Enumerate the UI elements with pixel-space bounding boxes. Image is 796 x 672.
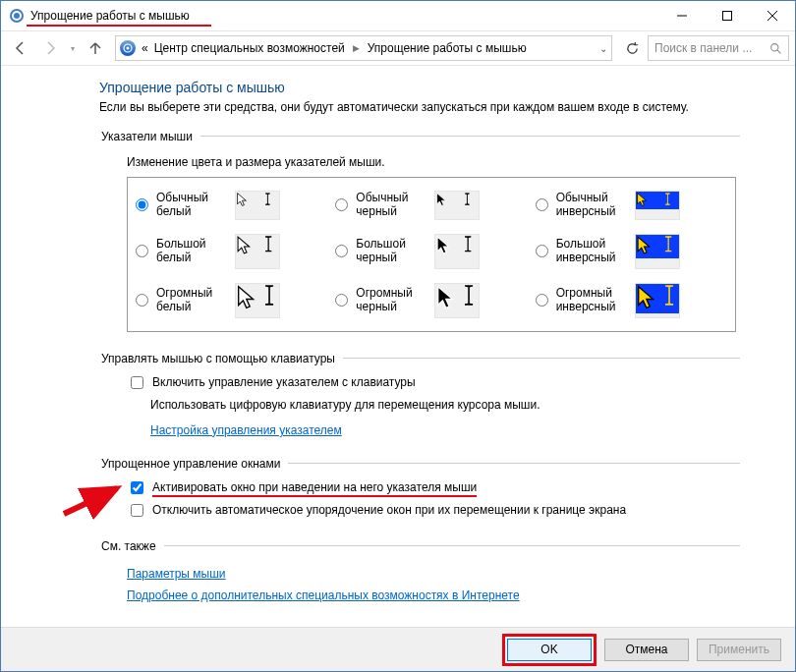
app-icon (9, 8, 25, 24)
toolbar: ▾ « Центр специальных возможностей ▶ Упр… (1, 30, 795, 66)
checkbox-mousekeys-label: Включить управление указателем с клавиат… (152, 375, 416, 389)
checkbox-activate-on-hover-input[interactable] (131, 481, 143, 494)
pointer-option-6[interactable]: Огромный белый (132, 276, 331, 325)
pointers-subtitle: Изменение цвета и размера указателей мыш… (127, 155, 740, 169)
ok-button[interactable]: OK (507, 639, 592, 661)
checkbox-disable-snap-label: Отключить автоматическое упорядочение ок… (152, 503, 626, 517)
window-title: Упрощение работы с мышью (30, 9, 190, 23)
chevron-down-icon[interactable]: ⌄ (599, 43, 607, 54)
breadcrumb-chevrons[interactable]: « (142, 41, 148, 55)
pointer-label-7: Огромный черный (356, 287, 428, 314)
legend-seealso: См. также (99, 539, 164, 553)
checkbox-disable-snap-input[interactable] (131, 504, 143, 517)
pointer-radio-5[interactable] (536, 245, 548, 257)
pointer-label-5: Большой инверсный (556, 238, 629, 265)
content-area: Упрощение работы с мышью Если вы выберет… (1, 66, 795, 627)
fieldset-windows: Упрощенное управление окнами Активироват… (99, 457, 740, 526)
link-mousekeys-settings[interactable]: Настройка управления указателем (150, 423, 342, 437)
search-input[interactable]: Поиск в панели ... (648, 35, 789, 61)
pointer-radio-2[interactable] (536, 198, 548, 211)
link-mouse-params[interactable]: Параметры мыши (127, 567, 226, 581)
search-icon (769, 42, 782, 55)
pointer-preview-3 (235, 234, 280, 269)
pointer-label-2: Обычный инверсный (556, 192, 629, 219)
annotation-underline (27, 25, 211, 27)
pointer-radio-6[interactable] (136, 294, 148, 307)
pointer-option-0[interactable]: Обычный белый (132, 184, 331, 227)
checkbox-activate-on-hover[interactable]: Активировать окно при наведении на него … (127, 480, 740, 497)
page-title: Упрощение работы с мышью (99, 80, 740, 95)
svg-rect-4 (723, 12, 732, 21)
pointer-option-5[interactable]: Большой инверсный (532, 227, 731, 276)
legend-pointers: Указатели мыши (99, 130, 200, 143)
pointer-option-4[interactable]: Большой черный (331, 227, 531, 276)
pointer-option-7[interactable]: Огромный черный (331, 276, 531, 325)
pointer-radio-3[interactable] (136, 245, 148, 257)
pointer-radio-0[interactable] (136, 198, 148, 211)
legend-keyboard: Управлять мышью с помощью клавиатуры (99, 352, 343, 365)
up-button[interactable] (82, 34, 109, 62)
pointer-label-8: Огромный инверсный (556, 287, 629, 314)
fieldset-pointers: Указатели мыши Изменение цвета и размера… (99, 130, 740, 338)
pointer-label-6: Огромный белый (156, 287, 229, 314)
svg-point-8 (127, 47, 130, 50)
pointer-preview-0 (235, 191, 280, 220)
pointer-preview-6 (235, 283, 280, 318)
fieldset-seealso: См. также Параметры мыши Подробнее о доп… (99, 539, 740, 606)
pointer-label-0: Обычный белый (156, 192, 229, 219)
pointer-label-3: Большой белый (156, 238, 229, 265)
pointer-preview-2 (635, 191, 680, 220)
back-button[interactable] (7, 34, 34, 62)
legend-windows: Упрощенное управление окнами (99, 457, 288, 471)
cancel-button[interactable]: Отмена (604, 639, 689, 661)
titlebar: Упрощение работы с мышью (1, 1, 795, 30)
checkbox-mousekeys[interactable]: Включить управление указателем с клавиат… (127, 375, 740, 392)
pointer-preview-1 (434, 191, 480, 220)
pointer-radio-8[interactable] (536, 294, 548, 307)
mousekeys-desc: Использовать цифровую клавиатуру для пер… (150, 398, 740, 412)
pointer-preview-5 (635, 234, 680, 269)
close-button[interactable] (750, 1, 795, 30)
location-icon (120, 40, 136, 56)
pointer-option-3[interactable]: Большой белый (132, 227, 331, 276)
svg-point-9 (771, 43, 778, 50)
annotation-ok-frame: OK (502, 634, 597, 666)
pointer-preview-8 (635, 283, 680, 318)
forward-button[interactable] (36, 34, 64, 62)
link-more-online[interactable]: Подробнее о дополнительных специальных в… (127, 588, 520, 602)
pointer-radio-4[interactable] (335, 245, 348, 257)
minimize-button[interactable] (659, 1, 705, 30)
pointer-label-4: Большой черный (356, 238, 428, 265)
checkbox-activate-on-hover-label: Активировать окно при наведении на него … (152, 480, 477, 497)
refresh-button[interactable] (618, 34, 646, 62)
pointer-preview-7 (434, 283, 480, 318)
breadcrumb-1[interactable]: Центр специальных возможностей (154, 41, 345, 55)
breadcrumb-2[interactable]: Упрощение работы с мышью (368, 41, 527, 55)
history-dropdown[interactable]: ▾ (66, 34, 80, 62)
pointer-options-table: Обычный белыйОбычный черныйОбычный инвер… (127, 177, 736, 332)
pointer-option-8[interactable]: Огромный инверсный (532, 276, 731, 325)
maximize-button[interactable] (705, 1, 750, 30)
pointer-label-1: Обычный черный (356, 192, 428, 219)
fieldset-keyboard: Управлять мышью с помощью клавиатуры Вкл… (99, 352, 740, 443)
chevron-right-icon: ▶ (351, 43, 362, 53)
footer: OK Отмена Применить (1, 627, 795, 671)
apply-button[interactable]: Применить (697, 639, 781, 661)
checkbox-disable-snap[interactable]: Отключить автоматическое упорядочение ок… (127, 503, 740, 520)
pointer-radio-1[interactable] (335, 198, 348, 211)
pointer-preview-4 (434, 234, 480, 269)
address-bar[interactable]: « Центр специальных возможностей ▶ Упрощ… (115, 35, 612, 61)
page-description: Если вы выберете эти средства, они будут… (99, 99, 728, 116)
pointer-option-1[interactable]: Обычный черный (331, 184, 531, 227)
pointer-option-2[interactable]: Обычный инверсный (532, 184, 731, 227)
svg-line-10 (777, 50, 780, 53)
search-placeholder: Поиск в панели ... (654, 41, 752, 55)
checkbox-mousekeys-input[interactable] (131, 376, 143, 389)
svg-point-2 (14, 13, 20, 19)
pointer-radio-7[interactable] (335, 294, 348, 307)
